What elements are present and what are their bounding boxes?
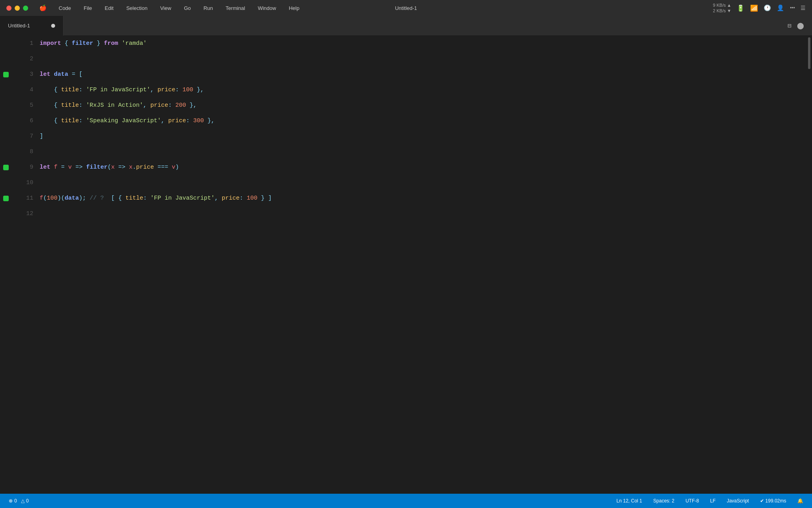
line-num-7: 7	[12, 129, 33, 144]
apple-logo: 🍎	[39, 4, 47, 12]
menu-selection[interactable]: Selection	[124, 4, 149, 12]
bp-row-2	[0, 51, 12, 67]
line-numbers: 1 2 3 4 5 6 7 8 9 10 11 12	[12, 36, 40, 494]
menu-view[interactable]: View	[158, 4, 174, 12]
battery-icon: 🔋	[737, 4, 745, 12]
warning-number: 0	[26, 498, 29, 504]
line-num-10: 10	[12, 175, 33, 190]
bp-row-11	[0, 190, 12, 206]
encoding[interactable]: UTF-8	[683, 497, 701, 504]
line-num-4: 4	[12, 82, 33, 98]
minimize-button[interactable]	[15, 6, 20, 11]
bp-row-6	[0, 113, 12, 129]
menu-edit[interactable]: Edit	[102, 4, 116, 12]
maximize-button[interactable]	[23, 6, 28, 11]
unsaved-indicator	[51, 24, 55, 28]
code-line-3: let data = [	[40, 67, 806, 82]
code-line-8	[40, 144, 806, 160]
menu-terminal[interactable]: Terminal	[223, 4, 247, 12]
code-line-12	[40, 206, 806, 221]
wifi-icon: 📶	[750, 4, 758, 12]
more-actions-icon[interactable]: ⬤	[797, 22, 804, 30]
bp-row-8	[0, 144, 12, 160]
line-num-2: 2	[12, 51, 33, 67]
indentation[interactable]: Spaces: 2	[651, 497, 677, 504]
bp-row-12	[0, 206, 12, 221]
line-num-9: 9	[12, 160, 33, 175]
menu-go[interactable]: Go	[182, 4, 193, 12]
code-line-5: { title: 'RxJS in Action', price: 200 },	[40, 98, 806, 113]
code-line-4: { title: 'FP in JavaScript', price: 100 …	[40, 82, 806, 98]
statusbar-left: ⊗ 0 △ 0	[6, 497, 31, 504]
bp-row-4	[0, 82, 12, 98]
tab-untitled-1[interactable]: Untitled-1	[0, 16, 63, 36]
clock-icon: 🕐	[764, 4, 771, 12]
code-line-10	[40, 175, 806, 190]
bp-row-7	[0, 129, 12, 144]
code-line-6: { title: 'Speaking JavaScript', price: 3…	[40, 113, 806, 129]
line-num-3: 3	[12, 67, 33, 82]
tabbar: Untitled-1 ⊟ ⬤	[0, 16, 812, 36]
scrollbar-track[interactable]	[806, 36, 812, 494]
line-ending[interactable]: LF	[708, 497, 718, 504]
menubar-right: 9 KB/s ▲2 KB/s ▼ 🔋 📶 🕐 👤 ••• ☰	[713, 2, 806, 14]
statusbar: ⊗ 0 △ 0 Ln 12, Col 1 Spaces: 2 UTF-8 LF …	[0, 494, 812, 508]
traffic-lights	[6, 6, 28, 11]
error-icon: ⊗	[9, 498, 13, 504]
window-title: Untitled-1	[395, 0, 417, 16]
close-button[interactable]	[6, 6, 11, 11]
line-num-8: 8	[12, 144, 33, 160]
cursor-position[interactable]: Ln 12, Col 1	[614, 497, 645, 504]
line-num-6: 6	[12, 113, 33, 129]
scrollbar-thumb[interactable]	[808, 37, 810, 69]
bp-row-10	[0, 175, 12, 190]
more-icon: •••	[790, 5, 795, 11]
timing: ✔ 199.02ms	[758, 497, 789, 504]
bp-row-9	[0, 160, 12, 175]
menu-help[interactable]: Help	[286, 4, 302, 12]
error-number: 0	[14, 498, 17, 504]
breakpoints-gutter	[0, 36, 12, 494]
user-icon: 👤	[777, 4, 784, 12]
bp-row-5	[0, 98, 12, 113]
statusbar-right: Ln 12, Col 1 Spaces: 2 UTF-8 LF JavaScri…	[614, 497, 806, 504]
menu-file[interactable]: File	[81, 4, 94, 12]
code-line-7: ]	[40, 129, 806, 144]
language-mode[interactable]: JavaScript	[724, 497, 751, 504]
code-line-11: f(100)(data); // ? [ { title: 'FP in Jav…	[40, 190, 806, 206]
tab-label: Untitled-1	[8, 23, 30, 29]
menu-code[interactable]: Code	[56, 4, 73, 12]
list-icon: ☰	[801, 5, 806, 11]
menu-window[interactable]: Window	[255, 4, 278, 12]
network-speed: 9 KB/s ▲2 KB/s ▼	[713, 2, 731, 14]
code-line-2	[40, 51, 806, 67]
editor: 1 2 3 4 5 6 7 8 9 10 11 12 import { filt…	[0, 36, 812, 494]
line-num-12: 12	[12, 206, 33, 221]
bp-row-3	[0, 67, 12, 82]
code-line-1: import { filter } from 'ramda'	[40, 36, 806, 51]
split-editor-icon[interactable]: ⊟	[787, 22, 791, 30]
code-line-9: let f = v => filter(x => x.price === v)	[40, 160, 806, 175]
line-num-5: 5	[12, 98, 33, 113]
code-editor[interactable]: import { filter } from 'ramda' let data …	[40, 36, 806, 494]
tabbar-actions: ⊟ ⬤	[787, 22, 812, 30]
notification-icon[interactable]: 🔔	[795, 497, 806, 504]
line-num-11: 11	[12, 190, 33, 206]
line-num-1: 1	[12, 36, 33, 51]
menubar: 🍎 Code File Edit Selection View Go Run T…	[0, 0, 812, 16]
warning-icon: △	[21, 498, 25, 504]
bp-row-1	[0, 36, 12, 51]
menu-run[interactable]: Run	[201, 4, 215, 12]
error-count[interactable]: ⊗ 0 △ 0	[6, 497, 31, 504]
